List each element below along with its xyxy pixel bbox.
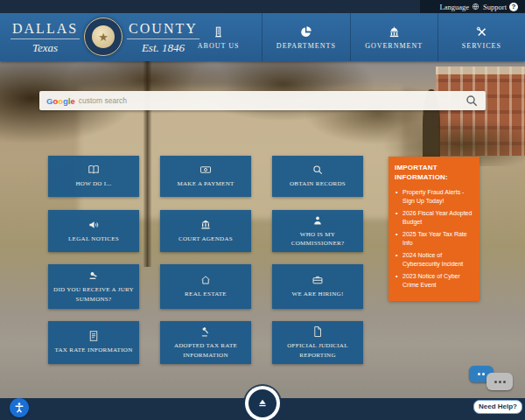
tile-how-do-i[interactable]: HOW DO I...: [48, 156, 139, 197]
nav-about-us[interactable]: ABOUT US: [175, 13, 262, 61]
person-icon: [312, 214, 324, 227]
nav-services[interactable]: SERVICES: [438, 13, 525, 61]
nav-label: DEPARTMENTS: [276, 42, 336, 50]
courthouse-dome-icon: [256, 396, 270, 410]
tile-label: WHO IS MY COMMISSIONER?: [272, 230, 363, 248]
important-information-panel: IMPORTANT INFORMATION: Property Fraud Al…: [388, 157, 480, 301]
tile-label: TAX RATE INFORMATION: [52, 346, 135, 355]
main-nav: ABOUT US DEPARTMENTS GOVERNMENT: [175, 13, 525, 61]
nav-government[interactable]: GOVERNMENT: [350, 13, 438, 61]
info-link-property-fraud[interactable]: Property Fraud Alerts - Sign Up Today!: [395, 188, 473, 206]
search-submit-button[interactable]: [465, 94, 479, 108]
tile-tax-rate-information[interactable]: TAX RATE INFORMATION: [48, 321, 139, 364]
seal-star: ★: [98, 32, 108, 43]
banknote-icon: [200, 164, 212, 176]
support-button[interactable]: Support ?: [483, 3, 518, 11]
tile-official-judicial-reporting[interactable]: OFFICIAL JUDICIAL REPORTING: [272, 321, 363, 364]
tile-label: DID YOU RECEIVE A JURY SUMMONS?: [48, 285, 139, 304]
need-help-button[interactable]: Need Help?: [473, 400, 522, 414]
capitol-icon: [388, 25, 401, 38]
scroll-down-badge[interactable]: [248, 389, 276, 417]
dallas-county-homepage: Language Support ? DALLAS Texas ★ COUNTY: [0, 0, 525, 420]
nav-label: ABOUT US: [198, 42, 240, 50]
chat-bubble-icon: [486, 373, 513, 390]
important-information-list: Property Fraud Alerts - Sign Up Today! 2…: [395, 188, 473, 290]
globe-icon: [472, 3, 480, 10]
briefcase-icon: [312, 274, 324, 286]
tile-we-are-hiring[interactable]: WE ARE HIRING!: [272, 264, 363, 309]
important-information-title: IMPORTANT INFORMATION:: [395, 164, 473, 183]
tile-label: MAKE A PAYMENT: [174, 179, 236, 189]
search-input[interactable]: Google custom search: [39, 91, 486, 110]
tile-make-a-payment[interactable]: MAKE A PAYMENT: [160, 156, 251, 197]
nav-departments[interactable]: DEPARTMENTS: [262, 13, 349, 61]
nav-label: SERVICES: [462, 42, 501, 50]
county-logo[interactable]: DALLAS Texas ★ COUNTY Est. 1846: [10, 18, 200, 56]
tile-real-estate[interactable]: REAL ESTATE: [160, 264, 251, 309]
tile-label: ADOPTED TAX RATE INFORMATION: [160, 341, 251, 360]
nav-label: GOVERNMENT: [365, 42, 423, 50]
language-label: Language: [440, 3, 470, 11]
tile-who-is-my-commissioner[interactable]: WHO IS MY COMMISSIONER?: [272, 210, 363, 252]
house-icon: [200, 274, 212, 286]
tile-label: OFFICIAL JUDICIAL REPORTING: [272, 341, 363, 360]
tile-label: OBTAIN RECORDS: [287, 179, 348, 189]
info-link-tax-rate[interactable]: 2025 Tax Year Tax Rate Info: [395, 230, 473, 248]
tile-obtain-records[interactable]: OBTAIN RECORDS: [272, 156, 363, 197]
help-icon: ?: [509, 3, 518, 11]
tile-jury-summons[interactable]: DID YOU RECEIVE A JURY SUMMONS?: [48, 264, 139, 309]
tile-label: COURT AGENDAS: [176, 234, 235, 244]
tile-label: HOW DO I...: [73, 179, 114, 189]
tree-foliage: [0, 61, 525, 166]
info-link-cybersecurity[interactable]: 2024 Notice of Cybersecurity Incident: [395, 251, 473, 270]
document-icon: [88, 330, 100, 342]
tile-label: REAL ESTATE: [182, 290, 229, 299]
report-page-icon: [312, 326, 324, 338]
county-seal-icon: ★: [84, 18, 122, 56]
search-icon: [465, 94, 479, 108]
tile-legal-notices[interactable]: LEGAL NOTICES: [48, 210, 139, 252]
pie-chart-icon: [299, 25, 312, 38]
tile-adopted-tax-rate[interactable]: ADOPTED TAX RATE INFORMATION: [160, 321, 251, 364]
tile-label: WE ARE HIRING!: [289, 290, 346, 299]
accessibility-icon: [13, 402, 25, 414]
tile-label: LEGAL NOTICES: [66, 234, 122, 244]
utility-links: Language Support ?: [420, 0, 525, 13]
logo-name-left: DALLAS: [10, 18, 80, 39]
tools-icon: [475, 25, 488, 38]
building-icon: [212, 25, 225, 38]
megaphone-icon: [88, 219, 100, 231]
logo-tagline-left: Texas: [32, 41, 58, 55]
support-label: Support: [483, 3, 507, 11]
magnifier-icon: [312, 164, 324, 176]
info-link-adopted-budget[interactable]: 2026 Fiscal Year Adopted Budget: [395, 209, 473, 228]
info-link-cyber-crime[interactable]: 2023 Notice of Cyber Crime Event: [395, 272, 473, 290]
gavel-icon: [200, 326, 212, 338]
site-header: DALLAS Texas ★ COUNTY Est. 1846 ABOUT US: [0, 13, 525, 61]
courthouse-icon: [200, 219, 212, 231]
open-book-icon: [88, 164, 100, 176]
language-button[interactable]: Language: [440, 3, 480, 11]
chat-widget-button[interactable]: [467, 364, 518, 397]
accessibility-button[interactable]: [10, 398, 29, 417]
top-utility-bar: Language Support ?: [0, 0, 525, 13]
gavel-stamp-icon: [88, 270, 100, 282]
tile-court-agendas[interactable]: COURT AGENDAS: [160, 210, 251, 252]
search-placeholder: custom search: [79, 96, 127, 105]
